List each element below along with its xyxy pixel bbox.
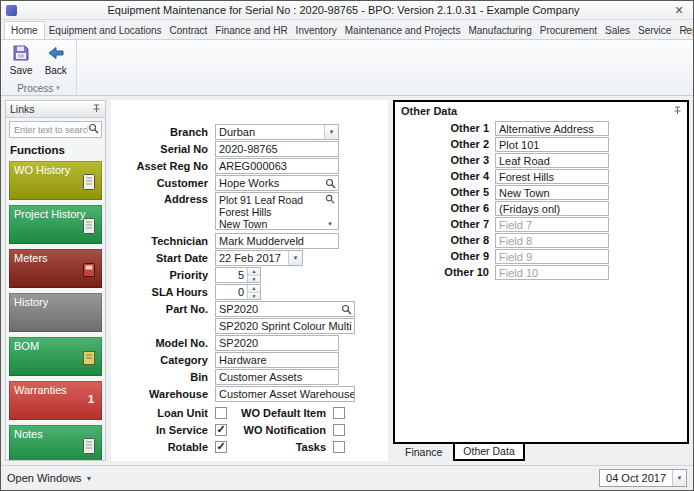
start-date-value: 22 Feb 2017 (216, 251, 288, 265)
search-icon[interactable] (325, 194, 335, 206)
model-no-value: SP2020 (216, 336, 338, 350)
app-icon (6, 5, 17, 16)
other-7-label: Other 7 (395, 218, 495, 230)
wo-default-item-checkbox[interactable] (333, 407, 345, 419)
customer-lookup[interactable]: Hope Works (215, 175, 339, 191)
ribbon-tab-equipment-and-locations[interactable]: Equipment and Locations (45, 22, 166, 39)
other-4-field[interactable]: Forest Hills (495, 169, 609, 184)
ribbon-tab-sales[interactable]: Sales (601, 22, 634, 39)
ribbon-tab-inventory[interactable]: Inventory (292, 22, 341, 39)
start-date-label: Start Date (115, 252, 215, 264)
address-line-2: Forest Hills (219, 206, 319, 218)
warehouse-field[interactable]: Customer Asset Warehouse (215, 386, 355, 402)
search-icon[interactable] (338, 302, 354, 316)
chevron-down-icon[interactable]: ▾ (328, 220, 332, 228)
sidebar-item-meters[interactable]: Meters (9, 249, 102, 288)
ribbon-collapse-icon[interactable]: ▴ (684, 24, 688, 33)
other-8-field[interactable]: Field 8 (495, 233, 609, 248)
tasks-checkbox[interactable] (333, 441, 345, 453)
chevron-down-icon[interactable]: ▾ (672, 470, 686, 486)
links-panel: Links Enter text to search... Functions (5, 100, 106, 461)
other-1-field[interactable]: Alternative Address (495, 121, 609, 136)
status-date-picker[interactable]: 04 Oct 2017 ▾ (599, 469, 687, 487)
category-label: Category (115, 354, 215, 366)
other-data-title: Other Data (401, 105, 457, 117)
address-label: Address (115, 192, 215, 205)
spin-up-icon[interactable]: ▲ (248, 268, 260, 276)
other-7-field[interactable]: Field 7 (495, 217, 609, 232)
other-10-field[interactable]: Field 10 (495, 265, 609, 280)
priority-stepper[interactable]: 5 ▲ ▼ (215, 267, 261, 283)
chevron-down-icon[interactable]: ▾ (56, 84, 60, 92)
other-data-panel: Other Data Other 1 Alternative Address O… (393, 100, 689, 461)
in-service-checkbox[interactable] (215, 424, 227, 436)
save-button[interactable]: Save (5, 43, 38, 81)
wo-default-item-label: WO Default Item (227, 407, 333, 419)
tab-other-data[interactable]: Other Data (453, 444, 524, 461)
other-9-field[interactable]: Field 9 (495, 249, 609, 264)
sidebar-item-notes[interactable]: Notes (9, 425, 102, 460)
open-windows-button[interactable]: Open Windows ▼ (7, 472, 93, 484)
other-5-field[interactable]: New Town (495, 185, 609, 200)
search-input[interactable]: Enter text to search... (9, 121, 102, 138)
serial-no-field[interactable]: 2020-98765 (215, 141, 339, 157)
sidebar-item-project-history[interactable]: Project History (9, 205, 102, 244)
search-icon[interactable] (322, 176, 338, 190)
ribbon-tab-maintenance-and-projects[interactable]: Maintenance and Projects (341, 22, 465, 39)
wo-notification-checkbox[interactable] (333, 424, 345, 436)
spin-down-icon[interactable]: ▼ (248, 293, 260, 300)
bin-field[interactable]: Customer Assets (215, 369, 339, 385)
ribbon-tab-manufacturing[interactable]: Manufacturing (464, 22, 535, 39)
tile-label: Warranties (14, 384, 97, 396)
ribbon-tab-contract[interactable]: Contract (166, 22, 212, 39)
ribbon-tab-service[interactable]: Service (634, 22, 675, 39)
spin-down-icon[interactable]: ▼ (248, 276, 260, 283)
tab-finance[interactable]: Finance (397, 444, 450, 460)
address-field[interactable]: Plot 91 Leaf Road Forest Hills New Town … (215, 192, 339, 230)
technician-value: Mark Mudderveld (216, 234, 338, 248)
start-date-picker[interactable]: 22 Feb 2017 ▾ (215, 250, 303, 266)
branch-label: Branch (115, 126, 215, 138)
chevron-down-icon[interactable]: ▾ (288, 251, 302, 265)
workspace: Links Enter text to search... Functions (1, 96, 693, 465)
serial-no-value: 2020-98765 (216, 142, 338, 156)
asset-reg-no-field[interactable]: AREG000063 (215, 158, 339, 174)
ribbon-tab-finance-and-hr[interactable]: Finance and HR (211, 22, 291, 39)
model-no-label: Model No. (115, 337, 215, 349)
save-icon (12, 44, 30, 64)
back-button[interactable]: Back (40, 43, 73, 81)
asset-reg-no-label: Asset Reg No (115, 160, 215, 172)
chevron-down-icon[interactable]: ▾ (324, 125, 338, 139)
category-field[interactable]: Hardware (215, 352, 339, 368)
search-icon[interactable] (88, 123, 99, 136)
spin-up-icon[interactable]: ▲ (248, 285, 260, 293)
sidebar-item-wo-history[interactable]: WO History (9, 161, 102, 200)
loan-unit-checkbox[interactable] (215, 407, 227, 419)
warranties-count-badge: 1 (88, 393, 94, 405)
address-line-1: Plot 91 Leaf Road (219, 194, 319, 206)
part-no-lookup[interactable]: SP2020 (215, 301, 355, 317)
pin-icon[interactable] (92, 103, 101, 115)
branch-value: Durban (216, 125, 324, 139)
pin-icon[interactable] (673, 105, 682, 117)
loan-unit-label: Loan Unit (115, 407, 215, 419)
part-description-field[interactable]: SP2020 Sprint Colour Multi (215, 318, 355, 334)
sla-hours-stepper[interactable]: 0 ▲ ▼ (215, 284, 261, 300)
technician-field[interactable]: Mark Mudderveld (215, 233, 339, 249)
ribbon-tab-procurement[interactable]: Procurement (536, 22, 601, 39)
sidebar-item-warranties[interactable]: Warranties 1 (9, 381, 102, 420)
equipment-form: Branch Durban ▾ Serial No 2020-98765 Ass… (111, 100, 388, 461)
ribbon-tab-home[interactable]: Home (4, 21, 45, 40)
rotable-checkbox[interactable] (215, 441, 227, 453)
branch-combo[interactable]: Durban ▾ (215, 124, 339, 140)
close-icon[interactable]: ✕ (670, 4, 688, 17)
other-9-label: Other 9 (395, 250, 495, 262)
sidebar-item-bom[interactable]: BOM (9, 337, 102, 376)
other-10-label: Other 10 (395, 266, 495, 278)
ribbon: Save Back Process ▾ (1, 40, 693, 96)
sidebar-item-history[interactable]: History (9, 293, 102, 332)
model-no-field[interactable]: SP2020 (215, 335, 339, 351)
other-3-field[interactable]: Leaf Road (495, 153, 609, 168)
other-2-field[interactable]: Plot 101 (495, 137, 609, 152)
other-6-field[interactable]: (Fridays onl) (495, 201, 609, 216)
